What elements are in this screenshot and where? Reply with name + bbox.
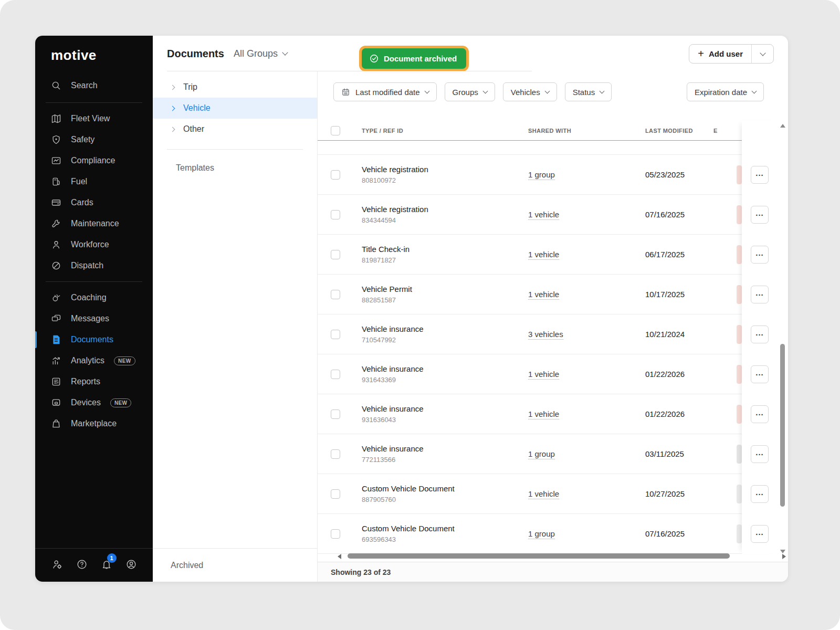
row-actions-button[interactable]: ... [751, 286, 769, 303]
sidebar-item-marketplace[interactable]: Marketplace [35, 413, 153, 434]
row-actions-button[interactable]: ... [751, 525, 769, 543]
scroll-down-arrow[interactable] [780, 550, 785, 553]
sidebar-item-cards[interactable]: Cards [35, 192, 153, 213]
shared-with-link[interactable]: 3 vehicles [528, 330, 563, 340]
table-row[interactable]: Custom Vehicle Document887905760 1 vehic… [318, 474, 778, 514]
row-checkbox[interactable] [331, 330, 340, 339]
table-row[interactable]: Vehicle registration834344594 1 vehicle … [318, 195, 778, 235]
check-circle-icon [369, 54, 379, 64]
filter-expiration-date[interactable]: Expiration date [687, 82, 764, 101]
help-button[interactable] [76, 559, 88, 572]
group-selector-dropdown[interactable]: All Groups [234, 48, 287, 59]
row-checkbox[interactable] [331, 170, 340, 180]
row-actions-button[interactable]: ... [751, 206, 769, 224]
chevron-right-icon [170, 106, 175, 111]
sidebar-item-reports[interactable]: Reports [35, 371, 153, 392]
admin-settings-button[interactable] [51, 559, 63, 572]
filter-last-modified-date[interactable]: Last modified date [333, 82, 437, 101]
doc-ref-id: 887905760 [362, 496, 528, 503]
row-checkbox[interactable] [331, 290, 340, 299]
card-icon [51, 197, 61, 208]
profile-button[interactable] [125, 559, 137, 572]
filter-vehicles[interactable]: Vehicles [503, 82, 557, 101]
row-actions-button[interactable]: ... [751, 326, 769, 343]
table-row[interactable]: Title Check-in819871827 1 vehicle 06/17/… [318, 235, 778, 275]
templates-link[interactable]: Templates [176, 163, 317, 173]
row-checkbox[interactable] [331, 250, 340, 259]
sidebar-item-label: Fuel [71, 177, 87, 186]
filter-groups[interactable]: Groups [445, 82, 495, 101]
shared-with-link[interactable]: 1 vehicle [528, 250, 559, 260]
doc-type: Vehicle insurance [362, 444, 528, 453]
chevron-down-icon [424, 88, 429, 93]
table-row[interactable]: Vehicle insurance710547992 3 vehicles 10… [318, 314, 778, 354]
add-user-dropdown-button[interactable] [751, 45, 773, 63]
horizontal-scrollbar-thumb[interactable] [348, 553, 730, 559]
row-actions-button[interactable]: ... [751, 405, 769, 423]
shared-with-link[interactable]: 1 vehicle [528, 489, 559, 499]
sidebar-item-fuel[interactable]: Fuel [35, 171, 153, 192]
category-vehicle[interactable]: Vehicle [153, 98, 317, 119]
shared-with-link[interactable]: 1 vehicle [528, 210, 559, 220]
shared-with-link[interactable]: 1 vehicle [528, 410, 559, 419]
add-user-button[interactable]: + Add user [689, 45, 751, 63]
archived-link[interactable]: Archived [171, 561, 203, 570]
row-actions-button[interactable]: ... [751, 246, 769, 264]
filter-status[interactable]: Status [565, 82, 612, 101]
vertical-scrollbar[interactable] [779, 122, 787, 553]
row-checkbox[interactable] [331, 489, 340, 499]
column-header-modified: LAST MODIFIED [645, 128, 713, 134]
scroll-right-arrow[interactable] [782, 554, 786, 559]
last-modified-value: 03/11/2025 [645, 449, 713, 458]
page-title: Documents [167, 48, 224, 60]
sidebar-item-devices[interactable]: Devices NEW [35, 392, 153, 413]
row-checkbox[interactable] [331, 210, 340, 219]
notifications-button[interactable]: 1 [101, 559, 112, 572]
horizontal-scrollbar[interactable] [318, 553, 780, 560]
app-window: motive Search Fleet View Safety Complian… [35, 36, 788, 582]
select-all-checkbox[interactable] [331, 126, 340, 135]
row-checkbox[interactable] [331, 449, 340, 459]
table-row[interactable]: Vehicle Permit882851587 1 vehicle 10/17/… [318, 275, 778, 314]
table-row[interactable]: Vehicle registration808100972 1 group 05… [318, 155, 778, 195]
sidebar-item-documents[interactable]: Documents [35, 329, 153, 350]
shared-with-link[interactable]: 1 group [528, 529, 555, 539]
shared-with-link[interactable]: 1 vehicle [528, 370, 559, 380]
row-checkbox[interactable] [331, 529, 340, 539]
row-checkbox[interactable] [331, 370, 340, 379]
sidebar-item-analytics[interactable]: Analytics NEW [35, 350, 153, 371]
expiration-chip-truncated [737, 445, 742, 464]
row-actions-button[interactable]: ... [751, 166, 769, 184]
scroll-left-arrow[interactable] [338, 554, 341, 559]
table-row[interactable]: Vehicle insurance931636043 1 vehicle 01/… [318, 394, 778, 434]
sidebar-item-compliance[interactable]: Compliance [35, 150, 153, 171]
table-row[interactable]: Vehicle insurance772113566 1 group 03/11… [318, 434, 778, 474]
vertical-scrollbar-thumb[interactable] [780, 344, 785, 507]
sidebar-item-messages[interactable]: Messages [35, 308, 153, 329]
row-actions-button[interactable]: ... [751, 485, 769, 503]
toast-text: Document archived [384, 54, 457, 63]
last-modified-value: 07/16/2025 [645, 210, 713, 219]
table-row[interactable]: Vehicle insurance931643369 1 vehicle 01/… [318, 354, 778, 394]
scroll-up-arrow[interactable] [780, 124, 785, 128]
chevron-right-icon [170, 127, 175, 132]
sidebar-item-label: Workforce [71, 240, 109, 249]
sidebar-item-safety[interactable]: Safety [35, 129, 153, 150]
category-other[interactable]: Other [153, 119, 317, 140]
row-checkbox[interactable] [331, 410, 340, 419]
shared-with-link[interactable]: 1 group [528, 449, 555, 459]
sidebar-item-workforce[interactable]: Workforce [35, 234, 153, 255]
sidebar-item-search[interactable]: Search [35, 74, 153, 97]
shopping-bag-icon [51, 418, 61, 429]
shared-with-link[interactable]: 1 group [528, 170, 555, 180]
sidebar-item-coaching[interactable]: Coaching [35, 287, 153, 308]
category-trip[interactable]: Trip [153, 77, 317, 98]
shared-with-link[interactable]: 1 vehicle [528, 290, 559, 300]
sidebar-item-maintenance[interactable]: Maintenance [35, 213, 153, 234]
sidebar-item-dispatch[interactable]: Dispatch [35, 255, 153, 276]
row-actions-button[interactable]: ... [751, 365, 769, 383]
row-actions-button[interactable]: ... [751, 445, 769, 463]
sidebar-item-label: Analytics [71, 356, 104, 365]
sidebar-item-fleet-view[interactable]: Fleet View [35, 108, 153, 129]
table-row[interactable]: Custom Vehicle Document693596343 1 group… [318, 514, 778, 554]
